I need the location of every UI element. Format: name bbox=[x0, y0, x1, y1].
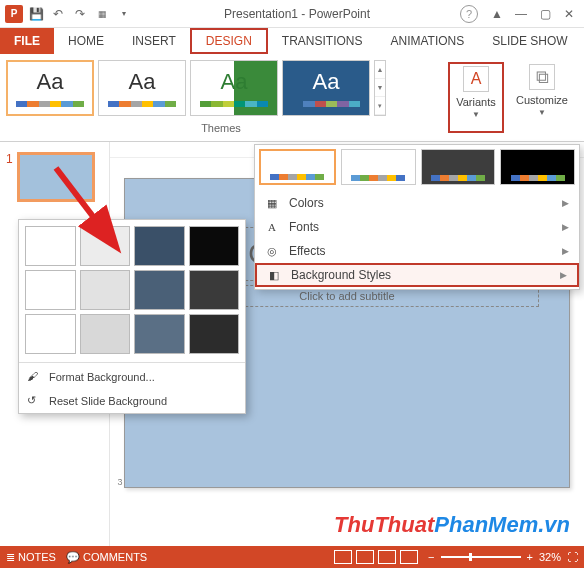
bg-style-swatch[interactable] bbox=[80, 270, 131, 310]
bg-style-swatch[interactable] bbox=[134, 270, 185, 310]
notes-toggle[interactable]: ≣ NOTES bbox=[6, 551, 56, 564]
redo-icon[interactable]: ↷ bbox=[70, 4, 90, 24]
variants-icon: A bbox=[463, 66, 489, 92]
reset-slide-background-item[interactable]: ↺ Reset Slide Background bbox=[19, 389, 245, 413]
fit-to-window-button[interactable]: ⛶ bbox=[567, 551, 578, 563]
bg-style-swatch[interactable] bbox=[25, 270, 76, 310]
item-label: Fonts bbox=[289, 220, 319, 234]
bg-style-swatch[interactable] bbox=[134, 314, 185, 354]
bg-style-swatch[interactable] bbox=[25, 314, 76, 354]
sorter-view-button[interactable] bbox=[356, 550, 374, 564]
tab-design[interactable]: DESIGN bbox=[190, 28, 268, 54]
svg-line-0 bbox=[56, 168, 114, 244]
variants-effects-item[interactable]: ◎ Effects ▶ bbox=[255, 239, 579, 263]
normal-view-button[interactable] bbox=[334, 550, 352, 564]
variants-fonts-item[interactable]: A Fonts ▶ bbox=[255, 215, 579, 239]
watermark: ThuThuatPhanMem.vn bbox=[334, 512, 570, 538]
item-label: Effects bbox=[289, 244, 325, 258]
theme-sample-text: Aa bbox=[37, 69, 64, 95]
item-label: Colors bbox=[289, 196, 324, 210]
chevron-right-icon: ▶ bbox=[562, 246, 569, 256]
theme-swatch[interactable]: Aa bbox=[6, 60, 94, 116]
tab-home[interactable]: HOME bbox=[54, 28, 118, 54]
item-label: Background Styles bbox=[291, 268, 391, 282]
tab-slideshow[interactable]: SLIDE SHOW bbox=[478, 28, 581, 54]
chevron-right-icon: ▶ bbox=[560, 270, 567, 280]
item-label: Format Background... bbox=[49, 371, 155, 383]
status-bar: ≣ NOTES 💬 COMMENTS − + 32% ⛶ bbox=[0, 546, 584, 568]
effects-icon: ◎ bbox=[265, 244, 279, 258]
undo-icon[interactable]: ↶ bbox=[48, 4, 68, 24]
variants-dropdown: ▦ Colors ▶ A Fonts ▶ ◎ Effects ▶ ◧ Backg… bbox=[254, 144, 580, 290]
variant-swatch[interactable] bbox=[421, 149, 496, 185]
variants-background-styles-item[interactable]: ◧ Background Styles ▶ bbox=[255, 263, 579, 287]
variants-label: Variants bbox=[456, 96, 496, 108]
chevron-right-icon: ▶ bbox=[562, 198, 569, 208]
fonts-icon: A bbox=[265, 220, 279, 234]
bgstyles-icon: ◧ bbox=[267, 268, 281, 282]
slideshow-view-button[interactable] bbox=[400, 550, 418, 564]
format-bg-icon: 🖌 bbox=[27, 370, 41, 384]
customize-button[interactable]: ⧉ Customize ▼ bbox=[514, 62, 570, 133]
variants-colors-item[interactable]: ▦ Colors ▶ bbox=[255, 191, 579, 215]
bg-style-swatch[interactable] bbox=[80, 314, 131, 354]
themes-group-label: Themes bbox=[4, 118, 438, 134]
variants-button[interactable]: A Variants ▼ bbox=[448, 62, 504, 133]
customize-label: Customize bbox=[516, 94, 568, 106]
chevron-down-icon: ▼ bbox=[472, 110, 480, 119]
zoom-slider[interactable] bbox=[441, 556, 521, 558]
start-slideshow-icon[interactable]: ▦ bbox=[92, 4, 112, 24]
theme-sample-text: Aa bbox=[221, 69, 248, 95]
zoom-in-button[interactable]: + bbox=[527, 551, 533, 563]
tab-animations[interactable]: ANIMATIONS bbox=[376, 28, 478, 54]
theme-swatch[interactable]: Aa bbox=[190, 60, 278, 116]
variant-swatch[interactable] bbox=[500, 149, 575, 185]
bg-style-swatch[interactable] bbox=[189, 226, 240, 266]
slide-number: 1 bbox=[6, 152, 13, 202]
variant-swatch[interactable] bbox=[341, 149, 416, 185]
ribbon-tabs: FILE HOME INSERT DESIGN TRANSITIONS ANIM… bbox=[0, 28, 584, 54]
comments-toggle[interactable]: 💬 COMMENTS bbox=[66, 551, 147, 564]
tab-transitions[interactable]: TRANSITIONS bbox=[268, 28, 377, 54]
reset-bg-icon: ↺ bbox=[27, 394, 41, 408]
theme-swatch[interactable]: Aa bbox=[98, 60, 186, 116]
theme-sample-text: Aa bbox=[313, 69, 340, 95]
chevron-right-icon: ▶ bbox=[562, 222, 569, 232]
qat-more-icon[interactable]: ▾ bbox=[114, 4, 134, 24]
save-icon[interactable]: 💾 bbox=[26, 4, 46, 24]
close-icon[interactable]: ✕ bbox=[558, 4, 580, 24]
zoom-out-button[interactable]: − bbox=[428, 551, 434, 563]
item-label: Reset Slide Background bbox=[49, 395, 167, 407]
app-icon: P bbox=[4, 4, 24, 24]
ribbon-collapse-icon[interactable]: ▲ bbox=[486, 4, 508, 24]
colors-icon: ▦ bbox=[265, 196, 279, 210]
tab-insert[interactable]: INSERT bbox=[118, 28, 190, 54]
annotation-arrow bbox=[48, 160, 138, 270]
bg-style-swatch[interactable] bbox=[134, 226, 185, 266]
window-title: Presentation1 - PowerPoint bbox=[134, 7, 460, 21]
format-background-item[interactable]: 🖌 Format Background... bbox=[19, 365, 245, 389]
bg-style-swatch[interactable] bbox=[189, 270, 240, 310]
reading-view-button[interactable] bbox=[378, 550, 396, 564]
theme-swatch[interactable]: Aa bbox=[282, 60, 370, 116]
chevron-down-icon: ▼ bbox=[538, 108, 546, 117]
help-icon[interactable]: ? bbox=[460, 5, 478, 23]
theme-sample-text: Aa bbox=[129, 69, 156, 95]
bg-style-swatch[interactable] bbox=[189, 314, 240, 354]
restore-icon[interactable]: ▢ bbox=[534, 4, 556, 24]
variant-swatch[interactable] bbox=[259, 149, 336, 185]
customize-icon: ⧉ bbox=[529, 64, 555, 90]
minimize-icon[interactable]: — bbox=[510, 4, 532, 24]
zoom-level[interactable]: 32% bbox=[539, 551, 561, 563]
themes-scroll[interactable]: ▲▼▾ bbox=[374, 60, 386, 116]
tab-file[interactable]: FILE bbox=[0, 28, 54, 54]
